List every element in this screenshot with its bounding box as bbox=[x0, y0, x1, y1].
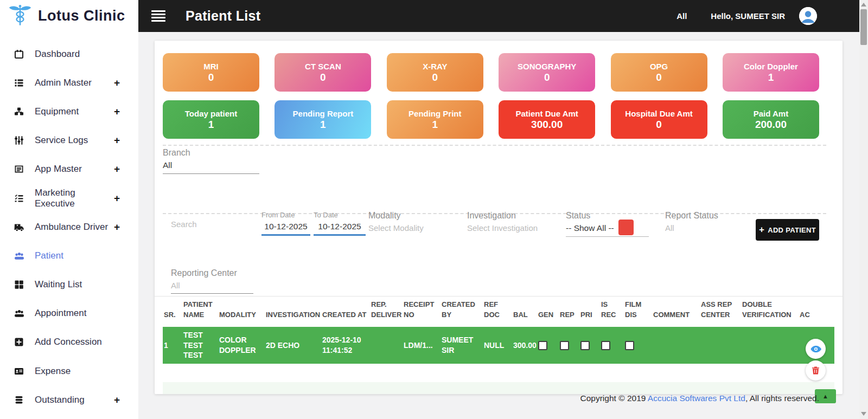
pri-checkbox[interactable] bbox=[580, 341, 590, 350]
layers-icon bbox=[14, 395, 25, 405]
reporting-center-value[interactable]: All bbox=[171, 281, 253, 294]
status-indicator[interactable] bbox=[618, 220, 634, 235]
stat-card-today-patient: Today patient 1 bbox=[163, 100, 259, 139]
sidebar-item-appointment[interactable]: Appointment bbox=[0, 299, 138, 328]
stat-card-mri: MRI 0 bbox=[163, 53, 259, 92]
stat-label: Patient Due Amt bbox=[516, 109, 578, 118]
modality-field: Modality bbox=[368, 211, 451, 236]
caduceus-icon bbox=[8, 3, 33, 30]
expand-plus-icon[interactable]: + bbox=[114, 163, 120, 175]
stat-label: SONOGRAPHY bbox=[518, 62, 576, 71]
sidebar-item-label: Equipment bbox=[35, 106, 79, 117]
table-row[interactable]: 1 TEST TEST TEST COLOR DOPPLER 2D ECHO 2… bbox=[163, 327, 834, 364]
scrollbar-down-arrow[interactable] bbox=[861, 412, 866, 416]
header-all-dropdown[interactable]: All bbox=[676, 11, 687, 21]
stat-label: Color Doppler bbox=[744, 62, 798, 71]
sidebar-item-patient[interactable]: Patient bbox=[0, 241, 138, 270]
page-title: Patient List bbox=[186, 8, 260, 24]
report-status-select[interactable] bbox=[665, 223, 748, 236]
investigation-label: Investigation bbox=[467, 211, 550, 221]
modality-select[interactable] bbox=[368, 223, 451, 236]
brand-logo[interactable]: Lotus Clinic bbox=[0, 0, 138, 32]
delete-button[interactable] bbox=[806, 360, 826, 381]
gen-checkbox[interactable] bbox=[538, 341, 547, 350]
column-header-patient-name: PATIENT NAME bbox=[182, 300, 218, 327]
from-date-value[interactable]: 10-12-2025 bbox=[261, 222, 310, 236]
stat-label: CT SCAN bbox=[305, 62, 341, 71]
view-button[interactable] bbox=[806, 339, 826, 359]
sidebar-item-marketing-executive[interactable]: Marketing Executive + bbox=[0, 184, 138, 212]
sidebar-item-label: Admin Master bbox=[35, 78, 92, 88]
expand-plus-icon[interactable]: + bbox=[114, 192, 120, 204]
stat-cards: MRI 0 CT SCAN 0 X-RAY 0 SONOGRAPHY 0 OPG bbox=[163, 53, 819, 139]
column-header-rep-deliver: REP. DELIVER bbox=[370, 300, 403, 327]
sidebar-item-add-concession[interactable]: Add Concession bbox=[0, 328, 138, 357]
stat-card-pending-report: Pending Report 1 bbox=[275, 100, 371, 139]
sidebar-item-ambulance-driver[interactable]: Ambulance Driver + bbox=[0, 212, 138, 241]
users-icon bbox=[14, 250, 25, 261]
grid-icon bbox=[14, 279, 25, 290]
branch-field[interactable]: Branch All bbox=[163, 148, 259, 174]
copyright-text: Copyright © 2019 Accucia Softwares Pvt L… bbox=[580, 394, 819, 403]
stat-card-sonography: SONOGRAPHY 0 bbox=[499, 53, 595, 92]
column-header-receipt-no: RECEIPT NO bbox=[403, 300, 441, 327]
main-content: MRI 0 CT SCAN 0 X-RAY 0 SONOGRAPHY 0 OPG bbox=[138, 32, 859, 419]
app-root: Lotus Clinic Dashboard Admin Master bbox=[0, 0, 868, 419]
list-alt-icon bbox=[14, 164, 25, 175]
sidebar-item-equipment[interactable]: Equipment + bbox=[0, 97, 138, 126]
cell-bal: 300.00 bbox=[512, 327, 537, 364]
sidebar-item-admin-master[interactable]: Admin Master + bbox=[0, 68, 138, 97]
status-label: Status bbox=[566, 211, 649, 221]
status-value[interactable]: -- Show All -- bbox=[566, 223, 649, 237]
expand-plus-icon[interactable]: + bbox=[114, 106, 120, 118]
stat-value: 0 bbox=[432, 72, 438, 83]
sidebar-item-waiting-list[interactable]: Waiting List bbox=[0, 270, 138, 299]
stat-card-x-ray: X-RAY 0 bbox=[387, 53, 483, 92]
scrollbar-thumb[interactable] bbox=[860, 9, 867, 45]
cell-ref-doc: NULL bbox=[483, 327, 512, 364]
sidebar-item-label: Dashboard bbox=[35, 49, 80, 60]
patient-list-card: MRI 0 CT SCAN 0 X-RAY 0 SONOGRAPHY 0 OPG bbox=[155, 41, 843, 394]
expand-plus-icon[interactable]: + bbox=[114, 77, 120, 89]
is-rec-checkbox[interactable] bbox=[601, 341, 610, 350]
search-input[interactable] bbox=[171, 220, 259, 232]
branch-value[interactable]: All bbox=[163, 160, 259, 174]
stat-label: Paid Amt bbox=[754, 109, 788, 118]
sidebar-item-app-master[interactable]: App Master + bbox=[0, 155, 138, 184]
eye-icon bbox=[810, 345, 821, 353]
sidebar-item-expense[interactable]: Expense bbox=[0, 357, 138, 385]
cell-sr: 1 bbox=[163, 327, 182, 364]
sidebar-item-outstanding[interactable]: Outstanding + bbox=[0, 385, 138, 414]
sidebar-item-dashboard[interactable]: Dashboard bbox=[0, 40, 138, 68]
stat-value: 0 bbox=[656, 119, 662, 131]
expand-plus-icon[interactable]: + bbox=[114, 134, 120, 146]
stat-label: OPG bbox=[650, 62, 668, 71]
column-header-ass-rep-center: ASS REP CENTER bbox=[700, 300, 741, 327]
sidebar-item-label: Marketing Executive bbox=[35, 188, 114, 209]
stat-card-patient-due-amt: Patient Due Amt 300.00 bbox=[499, 100, 595, 139]
user-avatar[interactable] bbox=[799, 7, 817, 25]
expand-plus-icon[interactable]: + bbox=[114, 221, 120, 233]
sidebar-item-service-logs[interactable]: Service Logs + bbox=[0, 126, 138, 155]
stat-card-ct-scan: CT SCAN 0 bbox=[275, 53, 371, 92]
page-scrollbar[interactable] bbox=[859, 0, 868, 419]
investigation-field: Investigation bbox=[467, 211, 550, 236]
sidebar-item-label: Patient bbox=[35, 250, 63, 261]
stat-card-pending-print: Pending Print 1 bbox=[387, 100, 483, 139]
cell-film-dis bbox=[624, 327, 652, 364]
stat-value: 0 bbox=[208, 72, 214, 83]
cell-comment bbox=[652, 327, 700, 364]
to-date-value[interactable]: 10-12-2025 bbox=[314, 222, 366, 236]
stat-label: Pending Report bbox=[293, 109, 354, 118]
investigation-select[interactable] bbox=[467, 223, 550, 236]
scrollbar-up-arrow[interactable] bbox=[861, 3, 866, 7]
expand-plus-icon[interactable]: + bbox=[114, 394, 120, 406]
company-link[interactable]: Accucia Softwares Pvt Ltd bbox=[648, 394, 745, 403]
add-patient-button[interactable]: + ADD PATIENT bbox=[756, 219, 819, 241]
film-dis-checkbox[interactable] bbox=[625, 341, 634, 350]
menu-icon[interactable] bbox=[151, 9, 165, 24]
rep-checkbox[interactable] bbox=[560, 341, 569, 350]
column-header-double-verification: DOUBLE VERIFICATION bbox=[741, 300, 799, 327]
stat-label: Today patient bbox=[185, 109, 237, 118]
to-date-label: To Date bbox=[314, 211, 366, 219]
